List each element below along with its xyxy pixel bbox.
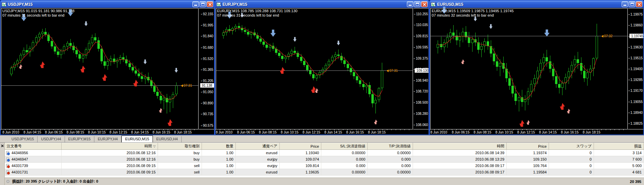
candle xyxy=(175,85,178,94)
candle xyxy=(262,42,265,45)
bar-countdown-label: 07:31 xyxy=(181,84,192,87)
order-cell: eurjpy xyxy=(236,156,280,163)
price-tick: 1.18940 xyxy=(628,110,643,114)
order-cell: 0 xyxy=(549,163,594,169)
chart-body: 07:31 92.15591.99591.84091.68091.52091.3… xyxy=(1,8,214,135)
chart-body: 07:31 110.255110.035109.815109.595109.37… xyxy=(215,8,429,135)
candle xyxy=(378,88,380,100)
candle xyxy=(446,37,448,42)
column-header[interactable]: Price xyxy=(280,143,321,149)
chart-body: 07:32 1.199751.198601.197451.196301.1951… xyxy=(430,8,643,135)
candle-wick xyxy=(590,65,591,80)
column-header[interactable]: 損益 xyxy=(594,143,644,149)
price-axis[interactable]: 1.199751.198601.197451.196301.195151.194… xyxy=(628,8,643,129)
minimize-button[interactable] xyxy=(407,1,413,7)
price-tick: 1.19975 xyxy=(628,12,643,16)
order-row[interactable]: 443317312010.06.08 09:15sell1.00eurusd1.… xyxy=(5,169,644,176)
candle xyxy=(496,61,498,67)
time-tick-label: 8 Jun 14:15 xyxy=(324,130,342,134)
chart-plot[interactable]: 07:31 xyxy=(1,8,199,129)
window-titlebar[interactable]: EURUSD,M15 xyxy=(430,1,643,8)
maximize-button[interactable] xyxy=(629,1,635,7)
chart-tab-usdjpy-m15[interactable]: USDJPY,M15 xyxy=(8,136,38,142)
candle xyxy=(440,44,442,47)
candle xyxy=(511,86,514,93)
order-row[interactable]: 443469472010.06.08 12:16buy1.00eurjpy109… xyxy=(5,156,644,163)
candle-wick xyxy=(453,25,454,39)
maximize-button[interactable] xyxy=(414,1,420,7)
column-header[interactable]: 時間▽ xyxy=(62,143,158,149)
candle xyxy=(51,41,53,47)
candle xyxy=(596,36,598,58)
time-tick-label: 8 Jun 18:15 xyxy=(368,130,386,134)
column-header[interactable]: 数量 xyxy=(202,143,236,149)
order-cell: 2010.06.08 13:29 xyxy=(413,156,507,163)
time-tick-label: 8 Jun 16:15 xyxy=(561,130,578,134)
window-titlebar[interactable]: EURJPY,M15 xyxy=(215,1,429,8)
signal-arrow-up-icon xyxy=(461,59,464,64)
chart-tab-eurusd-m15[interactable]: EURUSD,M15 xyxy=(121,136,153,142)
price-tick: 91.205 xyxy=(201,79,213,83)
candle xyxy=(69,43,72,46)
candle xyxy=(247,32,249,35)
window-title: EURJPY,M15 xyxy=(223,2,247,7)
chart-tab-usdjpy-h4[interactable]: USDJPY,H4 xyxy=(38,136,65,142)
candle xyxy=(592,58,595,69)
candle xyxy=(524,99,526,102)
signal-arrow-down-icon xyxy=(544,29,550,37)
order-cell: 5 000 xyxy=(594,163,644,169)
minimize-button[interactable] xyxy=(192,1,199,7)
candle xyxy=(244,30,246,32)
candle xyxy=(132,67,134,70)
candle xyxy=(487,41,489,46)
column-header[interactable]: Price xyxy=(507,143,549,149)
price-tick: 91.840 xyxy=(201,34,213,38)
candle-wick xyxy=(519,92,519,111)
minimize-button[interactable] xyxy=(622,1,628,7)
column-header[interactable]: スワップ xyxy=(549,143,594,149)
column-header[interactable]: T/P:決済指値 xyxy=(368,143,413,149)
column-header[interactable]: 取引種別 xyxy=(158,143,202,149)
order-row[interactable]: 443469562010.06.08 12:16buy1.00eurusd1.1… xyxy=(5,150,644,156)
candle xyxy=(527,91,529,99)
terminal-close-icon[interactable] xyxy=(0,144,4,148)
close-button[interactable] xyxy=(421,1,428,7)
close-button[interactable] xyxy=(207,1,213,7)
chart-tab-eurjpy-m15[interactable]: EURJPY,M15 xyxy=(65,136,94,142)
chart-plot[interactable]: 07:31 xyxy=(216,8,413,129)
candle xyxy=(72,46,75,50)
candle xyxy=(32,42,34,48)
candle xyxy=(234,26,237,28)
candle xyxy=(465,32,467,38)
time-axis[interactable]: 8 Jun 20108 Jun 06:158 Jun 08:158 Jun 10… xyxy=(215,129,429,135)
time-axis[interactable]: 8 Jun 20108 Jun 06:158 Jun 08:158 Jun 10… xyxy=(430,129,643,135)
candle xyxy=(26,50,28,52)
time-axis[interactable]: 8 Jun 20108 Jun 04:158 Jun 06:158 Jun 08… xyxy=(1,129,214,135)
column-header[interactable]: S/L:決済逆指値 xyxy=(321,143,368,149)
candle xyxy=(110,59,112,61)
chart-plot[interactable]: 07:32 xyxy=(430,8,628,129)
order-cell: 1.19584 xyxy=(507,169,549,176)
candle xyxy=(85,49,87,56)
time-tick-label: 8 Jun 2010 xyxy=(2,130,19,134)
chart-tab-eurusd-h4[interactable]: EURUSD,H4 xyxy=(153,136,182,142)
column-header[interactable]: 注文番号 xyxy=(5,143,62,149)
close-button[interactable] xyxy=(636,1,642,7)
chart-tab-eurjpy-h4[interactable]: EURJPY,H4 xyxy=(94,136,121,142)
column-header[interactable]: 通貨ペア xyxy=(236,143,280,149)
order-cell: 109.074 xyxy=(280,156,321,163)
order-row[interactable]: 443317392010.06.08 09:15sell1.00eurjpy10… xyxy=(5,163,644,169)
maximize-button[interactable] xyxy=(200,1,206,7)
column-header[interactable]: 時間 xyxy=(413,143,507,149)
candle xyxy=(347,64,349,68)
price-tick: 108.500 xyxy=(414,101,428,104)
price-axis[interactable]: 110.255110.035109.815109.595109.375109.1… xyxy=(413,8,429,129)
window-titlebar[interactable]: USDJPY,M15 xyxy=(1,1,214,8)
order-sell-icon xyxy=(6,164,9,168)
sort-descending-icon: ▽ xyxy=(153,145,156,148)
signal-arrow-up-icon xyxy=(19,64,22,69)
order-cell: sell xyxy=(158,169,202,176)
price-axis[interactable]: 92.15591.99591.84091.68091.52091.36591.2… xyxy=(199,8,214,129)
candle xyxy=(100,49,103,61)
candle xyxy=(125,59,128,63)
